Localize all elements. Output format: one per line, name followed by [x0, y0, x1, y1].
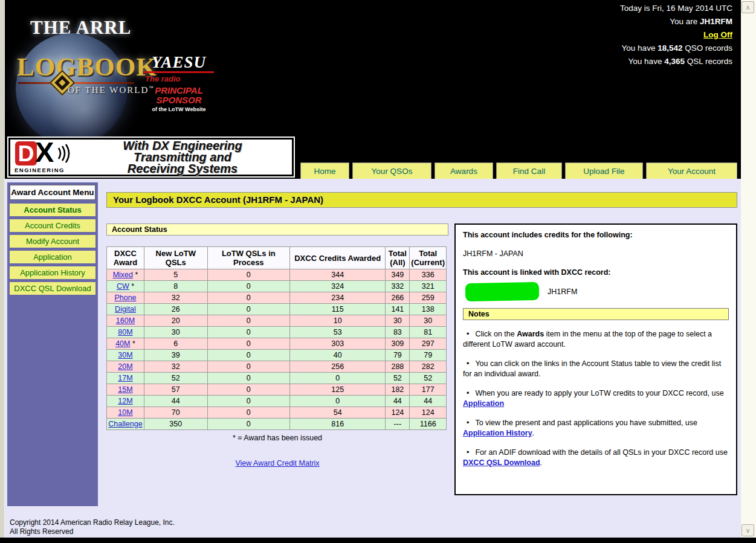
credits-cell: 0: [290, 396, 386, 407]
in-process-cell: 0: [207, 396, 289, 407]
new-qsls-cell: 32: [144, 292, 207, 304]
yaesu-website-line: of the LoTW Website: [143, 106, 215, 112]
table-row-challenge: Challenge3500816---1166: [107, 419, 447, 430]
note-text: Click on the: [475, 330, 517, 338]
account-info-panel: This account includes credits for the fo…: [454, 223, 737, 495]
sidebar-item-dxcc-qsl-download[interactable]: DXCC QSL Download: [10, 282, 95, 295]
award-link-30m[interactable]: 30M: [118, 351, 132, 359]
sidebar-item-application-history[interactable]: Application History: [10, 266, 95, 279]
award-link-digital[interactable]: Digital: [115, 305, 136, 313]
award-link-cw[interactable]: CW: [117, 282, 129, 291]
total-all-cell: 349: [386, 269, 410, 281]
dx-logo-d: D: [15, 141, 37, 165]
award-cell: CW *: [107, 281, 144, 292]
logbook-wordmark: LOGBOOK: [17, 52, 157, 82]
award-link-phone[interactable]: Phone: [114, 294, 136, 302]
radio-waves-icon: [57, 143, 71, 164]
yaesu-sponsor-line2: SPONSOR: [143, 95, 215, 105]
site-header: THE ARRL LOGBOOK OF THE WORLD™ YAESU The…: [5, 0, 741, 179]
award-link-12m[interactable]: 12M: [118, 397, 132, 405]
award-link-160m[interactable]: 160M: [116, 316, 135, 325]
award-link-20m[interactable]: 20M: [118, 362, 132, 371]
sidebar-item-application[interactable]: Application: [10, 251, 95, 263]
new-qsls-cell: 6: [144, 338, 207, 350]
total-all-cell: 124: [386, 407, 410, 419]
application-link[interactable]: Application: [463, 399, 504, 408]
new-qsls-cell: 32: [144, 361, 207, 373]
bullet-icon: •: [467, 330, 469, 338]
sidebar-item-account-credits[interactable]: Account Credits: [10, 219, 95, 232]
award-cell: Challenge: [107, 419, 144, 430]
dx-engineering-ad-banner[interactable]: D X ENGINEERING With DX Engineering Tran…: [8, 138, 294, 176]
award-link-15m[interactable]: 15M: [118, 385, 132, 394]
credits-cell: 53: [290, 327, 386, 338]
credits-cell: 125: [290, 384, 386, 396]
award-cell: 40M *: [107, 338, 144, 350]
table-row-20m: 20M320256288282: [107, 361, 447, 373]
tab-find-call[interactable]: Find Call: [496, 162, 562, 179]
copyright-line1: Copyright 2014 American Radio Relay Leag…: [10, 518, 175, 527]
tab-home[interactable]: Home: [300, 162, 349, 179]
scroll-up-button[interactable]: ∧: [741, 1, 754, 13]
credits-cell: 40: [290, 350, 386, 361]
total-all-cell: 332: [386, 281, 410, 292]
award-link-challenge[interactable]: Challenge: [108, 420, 142, 428]
note-item-5: •For an ADIF download with the details o…: [463, 448, 729, 468]
linked-record-row: JH1RFM: [463, 283, 729, 301]
page-title: Your Logbook DXCC Account (JH1RFM - JAPA…: [106, 192, 737, 208]
view-award-credit-matrix-link[interactable]: View Award Credit Matrix: [106, 459, 448, 467]
note-item-2: •You can click on the links in the Accou…: [463, 359, 729, 379]
table-row-10m: 10M70054124124: [107, 407, 447, 419]
qsl-prefix: You have: [628, 57, 662, 66]
table-row-mixed: Mixed *50344349336: [107, 269, 447, 281]
in-process-cell: 0: [207, 292, 289, 304]
credits-cell: 115: [290, 304, 386, 315]
in-process-cell: 0: [207, 350, 289, 361]
sidebar-item-account-status[interactable]: Account Status: [10, 204, 95, 216]
vertical-scrollbar[interactable]: ∧ ∨: [741, 0, 756, 538]
bullet-icon: •: [467, 419, 469, 427]
redaction-marker: [465, 282, 540, 301]
credits-cell: 54: [290, 407, 386, 419]
note-text: You can click on the links in the Accoun…: [463, 359, 721, 378]
award-cell: 20M: [107, 361, 144, 373]
tab-your-qsos[interactable]: Your QSOs: [352, 162, 431, 179]
tab-awards[interactable]: Awards: [435, 162, 493, 179]
sidebar-item-modify-account[interactable]: Modify Account: [10, 235, 95, 248]
tab-your-account[interactable]: Your Account: [646, 162, 737, 179]
total-all-cell: 30: [386, 315, 410, 327]
yaesu-sponsor-text: PRINCIPAL SPONSOR: [143, 86, 215, 105]
note-text: When you are ready to apply your LoTW cr…: [475, 389, 723, 397]
note-text: .: [532, 429, 534, 437]
award-link-mixed[interactable]: Mixed: [113, 271, 133, 279]
qso-records-line: You have 18,542 QSO records: [620, 42, 732, 55]
award-link-10m[interactable]: 10M: [118, 408, 132, 417]
award-link-17m[interactable]: 17M: [118, 374, 132, 382]
yaesu-red-bar: [144, 71, 214, 73]
total-all-cell: 182: [386, 384, 410, 396]
total-all-cell: 266: [386, 292, 410, 304]
total-current-cell: 1166: [410, 419, 447, 430]
award-link-80m[interactable]: 80M: [118, 328, 132, 336]
qsl-count: 4,365: [664, 57, 685, 66]
qso-prefix: You have: [622, 43, 656, 53]
credits-value: JH1RFM - JAPAN: [463, 249, 729, 258]
credits-cell: 324: [290, 281, 386, 292]
bullet-icon: •: [467, 389, 469, 397]
tab-upload-file[interactable]: Upload File: [565, 162, 643, 179]
logo-divider-line: [18, 82, 134, 84]
window-bottom-border: [0, 538, 756, 543]
total-current-cell: 138: [410, 304, 447, 315]
total-current-cell: 124: [410, 407, 447, 419]
in-process-cell: 0: [207, 384, 289, 396]
application-history-link[interactable]: Application History: [463, 429, 532, 437]
credits-cell: 816: [290, 419, 386, 430]
log-off-link[interactable]: Log Off: [703, 30, 732, 39]
table-row-30m: 30M390407979: [107, 350, 447, 361]
award-link-40m[interactable]: 40M: [115, 339, 130, 348]
new-qsls-cell: 20: [144, 315, 207, 327]
qsl-records-line: You have 4,365 QSL records: [620, 55, 732, 68]
dxcc-qsl-download-link[interactable]: DXCC QSL Download: [463, 458, 540, 467]
in-process-cell: 0: [207, 304, 289, 315]
scroll-down-button[interactable]: ∨: [741, 524, 754, 536]
